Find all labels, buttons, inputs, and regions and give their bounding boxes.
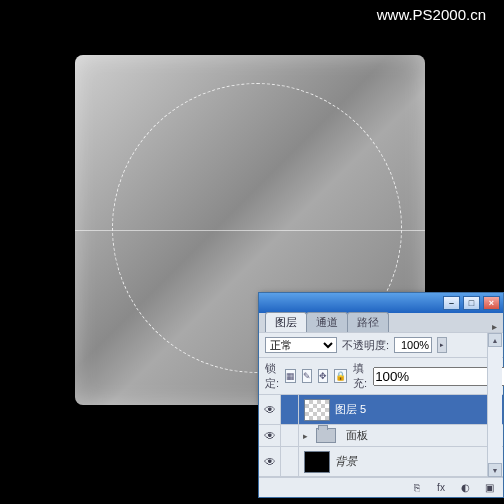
layer-list: 👁 图层 5 👁 ▸ 面板 👁 背景 (259, 394, 503, 477)
panel-menu-icon[interactable]: ▸ (486, 321, 503, 332)
layer-row[interactable]: 👁 背景 (259, 447, 503, 477)
fill-label: 填充: (353, 361, 367, 391)
panel-tabs: 图层 通道 路径 ▸ (259, 313, 503, 332)
panel-titlebar[interactable]: – □ × (259, 293, 503, 313)
close-button[interactable]: × (483, 296, 500, 310)
blend-row: 正常 不透明度: ▸ (259, 332, 503, 357)
lock-transparency-icon[interactable]: ▦ (285, 369, 296, 383)
scrollbar[interactable]: ▲ ▼ (487, 333, 502, 477)
lock-pixels-icon[interactable]: ✎ (302, 369, 312, 383)
layer-name[interactable]: 背景 (335, 454, 357, 469)
blend-mode-select[interactable]: 正常 (265, 337, 337, 353)
layer-name[interactable]: 图层 5 (335, 402, 366, 417)
opacity-input[interactable] (394, 337, 432, 353)
scroll-up-icon[interactable]: ▲ (488, 333, 502, 347)
folder-icon (316, 428, 336, 443)
layer-row[interactable]: 👁 图层 5 (259, 395, 503, 425)
scroll-down-icon[interactable]: ▼ (488, 463, 502, 477)
tab-channels[interactable]: 通道 (306, 312, 348, 332)
lock-all-icon[interactable]: 🔒 (334, 369, 347, 383)
layer-thumbnail[interactable] (304, 399, 330, 421)
tab-paths[interactable]: 路径 (347, 312, 389, 332)
maximize-button[interactable]: □ (463, 296, 480, 310)
layer-mask-icon[interactable]: ◐ (457, 481, 473, 495)
lock-row: 锁定: ▦ ✎ ✥ 🔒 填充: ▸ (259, 357, 503, 394)
opacity-label: 不透明度: (342, 338, 389, 353)
disclosure-icon[interactable]: ▸ (299, 431, 311, 441)
layer-style-icon[interactable]: fx (433, 481, 449, 495)
visibility-icon[interactable]: 👁 (259, 447, 281, 476)
new-group-icon[interactable]: ▣ (481, 481, 497, 495)
watermark-top: www.PS2000.cn (377, 6, 486, 23)
layers-panel: – □ × 图层 通道 路径 ▸ 正常 不透明度: ▸ 锁定: ▦ ✎ ✥ 🔒 … (258, 292, 504, 498)
lock-position-icon[interactable]: ✥ (318, 369, 328, 383)
tab-layers[interactable]: 图层 (265, 312, 307, 332)
opacity-flyout-icon[interactable]: ▸ (437, 337, 447, 353)
layer-row[interactable]: 👁 ▸ 面板 (259, 425, 503, 447)
panel-footer: ⎘ fx ◐ ▣ (259, 477, 503, 497)
fill-input[interactable] (373, 367, 504, 386)
link-layers-icon[interactable]: ⎘ (409, 481, 425, 495)
visibility-icon[interactable]: 👁 (259, 395, 281, 424)
layer-name[interactable]: 面板 (346, 428, 368, 443)
layer-thumbnail[interactable] (304, 451, 330, 473)
lock-label: 锁定: (265, 361, 279, 391)
minimize-button[interactable]: – (443, 296, 460, 310)
visibility-icon[interactable]: 👁 (259, 425, 281, 446)
